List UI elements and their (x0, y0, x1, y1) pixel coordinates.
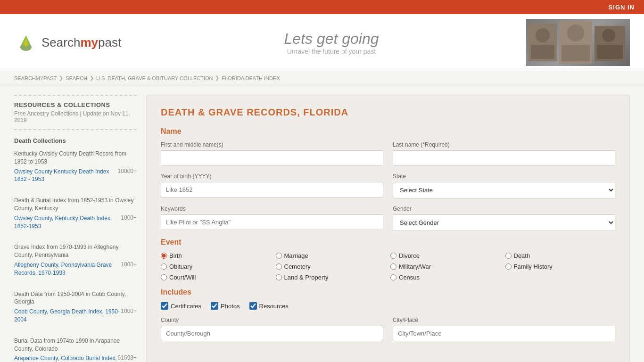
includes-row: Certificates Photos Resources (161, 302, 615, 310)
breadcrumb-sep-1: ❯ (59, 75, 63, 81)
year-state-row: Year of birth (YYYY) State Select State … (161, 173, 615, 198)
event-obituary[interactable]: Obituary (161, 263, 271, 270)
svg-rect-7 (531, 45, 554, 59)
breadcrumb-sep-3: ❯ (215, 75, 219, 81)
keywords-label: Keywords (161, 206, 383, 212)
keywords-gender-row: Keywords Gender Select Gender Male Femal… (161, 206, 615, 231)
logo-area: Searchmypast (14, 31, 137, 54)
sidebar-item-count-4: 1000+ (121, 308, 137, 314)
event-military-radio[interactable] (390, 263, 396, 270)
photos-checkbox[interactable] (211, 302, 218, 310)
includes-section: Includes Certificates Photos Resources (161, 288, 615, 310)
breadcrumb-item-2[interactable]: SEARCH (66, 75, 87, 81)
event-death[interactable]: Death (505, 252, 616, 259)
logo-icon (14, 31, 38, 54)
event-obituary-radio[interactable] (161, 263, 167, 270)
search-form: DEATH & GRAVE RECORDS, FLORIDA Name Firs… (146, 95, 630, 362)
event-land-radio[interactable] (276, 274, 282, 280)
header-photos (526, 19, 630, 66)
event-court-label: Court/Will (169, 274, 196, 281)
name-section-label: Name (161, 127, 615, 136)
state-label: State (393, 173, 615, 180)
county-input[interactable] (161, 326, 383, 341)
state-select[interactable]: Select State Alabama Alaska Arizona Flor… (393, 182, 615, 198)
event-cemetery[interactable]: Cemetery (276, 263, 386, 270)
first-name-group: First and middle name(s) (161, 141, 383, 166)
sidebar-item-link-2[interactable]: Owsley County, Kentucky Death Index, 185… (14, 214, 137, 230)
signin-button[interactable]: SIGN IN (609, 4, 635, 11)
event-census[interactable]: Census (390, 274, 501, 281)
resources-checkbox[interactable] (249, 302, 257, 310)
event-census-radio[interactable] (390, 274, 396, 280)
event-section-label: Event (161, 238, 615, 247)
event-census-label: Census (399, 274, 420, 281)
includes-section-label: Includes (161, 288, 615, 296)
breadcrumb-item-1[interactable]: SEARCHMYPAST (14, 75, 57, 81)
event-marriage[interactable]: Marriage (276, 252, 386, 259)
tagline-main: Lets get going (137, 30, 526, 48)
top-bar: SIGN IN (0, 0, 644, 14)
event-land-label: Land & Property (284, 274, 329, 281)
certificates-label: Certificates (171, 303, 201, 310)
first-name-input[interactable] (161, 150, 383, 166)
sidebar-resources-title: RESOURCES & COLLECTIONS (14, 101, 137, 108)
event-family-history[interactable]: Family History (505, 263, 616, 270)
event-military[interactable]: Military/War (390, 263, 501, 270)
event-marriage-radio[interactable] (276, 253, 282, 259)
year-birth-input[interactable] (161, 182, 383, 197)
city-input[interactable] (393, 326, 615, 341)
event-cemetery-radio[interactable] (276, 263, 282, 270)
sidebar-death-title: Death Collections (14, 137, 137, 144)
includes-photos[interactable]: Photos (211, 302, 239, 310)
logo-text: Searchmypast (41, 35, 121, 50)
last-name-input[interactable] (393, 150, 615, 166)
sidebar-item-count-1: 10000+ (118, 168, 137, 174)
event-cemetery-label: Cemetery (284, 263, 311, 270)
form-title: DEATH & GRAVE RECORDS, FLORIDA (161, 107, 615, 118)
breadcrumb-item-3[interactable]: U.S. DEATH, GRAVE & OBITUARY COLLECTION (96, 75, 213, 81)
keywords-group: Keywords (161, 206, 383, 231)
county-group: County (161, 317, 383, 341)
gender-select[interactable]: Select Gender Male Female (393, 214, 615, 231)
sidebar-resources-header: RESOURCES & COLLECTIONS Free Ancestry Co… (14, 95, 137, 130)
sidebar-item-count-3: 1000+ (121, 261, 137, 268)
photo-collage (526, 19, 630, 66)
event-divorce[interactable]: Divorce (390, 252, 501, 259)
event-birth[interactable]: Birth (161, 252, 271, 259)
event-family-radio[interactable] (505, 263, 512, 270)
city-group: City/Place (393, 317, 615, 341)
event-section: Event Birth Marriage Divorce Death (161, 238, 615, 281)
breadcrumb-item-4: FLORIDA DEATH INDEX (222, 75, 280, 81)
gender-group: Gender Select Gender Male Female (393, 206, 615, 231)
location-row: County City/Place (161, 317, 615, 341)
event-death-radio[interactable] (505, 253, 512, 259)
includes-certificates[interactable]: Certificates (161, 302, 201, 310)
sidebar-item-count-5: 51593+ (118, 354, 137, 361)
svg-point-4 (536, 28, 550, 42)
event-marriage-label: Marriage (284, 252, 308, 259)
event-court-will[interactable]: Court/Will (161, 274, 271, 281)
event-obituary-label: Obituary (169, 263, 192, 270)
event-military-label: Military/War (399, 263, 431, 270)
keywords-input[interactable] (161, 214, 383, 230)
city-label: City/Place (393, 317, 615, 323)
event-divorce-radio[interactable] (390, 253, 396, 259)
event-land-property[interactable]: Land & Property (276, 274, 386, 281)
gender-label: Gender (393, 206, 615, 212)
sidebar-item-link-3[interactable]: Allegheny County, Pennsylvania Grave Rec… (14, 261, 137, 277)
tagline-area: Lets get going Unravel the future of you… (137, 30, 526, 55)
name-row: First and middle name(s) Last name (*Req… (161, 141, 615, 166)
includes-resources[interactable]: Resources (249, 302, 289, 310)
first-middle-label: First and middle name(s) (161, 141, 383, 148)
certificates-checkbox[interactable] (161, 302, 168, 310)
event-court-radio[interactable] (161, 274, 167, 280)
year-birth-label: Year of birth (YYYY) (161, 173, 383, 180)
sidebar-item-link-4[interactable]: Cobb County, Georgia Death Index, 1950-2… (14, 308, 137, 324)
sidebar-item-desc-1: Kentucky Owsley County Death Record from… (14, 150, 137, 166)
svg-rect-9 (597, 45, 623, 59)
event-birth-label: Birth (169, 252, 182, 259)
event-birth-radio[interactable] (161, 253, 167, 259)
event-grid: Birth Marriage Divorce Death Obituary (161, 252, 615, 281)
sidebar-item-desc-4: Death Data from 1950-2004 in Cobb County… (14, 290, 137, 306)
event-death-label: Death (514, 252, 530, 259)
